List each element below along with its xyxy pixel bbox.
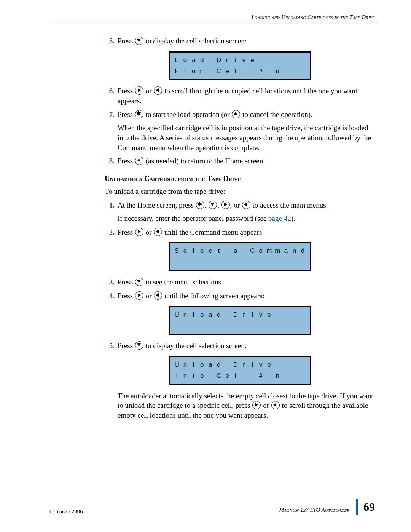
step-7a: 7. Press to start the load operation (or…	[105, 110, 375, 120]
step-number: 5.	[105, 36, 115, 46]
down-icon	[135, 341, 143, 350]
step-number: 4.	[105, 291, 115, 301]
up-icon	[232, 110, 240, 118]
end-paragraph: The autoloader automatically selects the…	[118, 391, 375, 420]
right-icon	[135, 291, 143, 300]
right-icon	[135, 228, 143, 236]
left-icon	[154, 291, 162, 300]
step-number: 3.	[105, 277, 115, 287]
down-icon	[135, 278, 143, 286]
right-icon	[221, 201, 230, 209]
step-4b: 4. Press or until the following screen a…	[105, 291, 375, 301]
left-icon	[154, 86, 162, 95]
left-icon	[242, 201, 250, 209]
intro-paragraph: To unload a cartridge from the tape driv…	[105, 187, 375, 197]
step-5a: 5. Press to display the cell selection s…	[105, 36, 375, 46]
page-link[interactable]: page 42	[268, 214, 291, 222]
left-icon	[271, 401, 280, 409]
step-number: 8.	[105, 156, 115, 166]
lcd-screen-load-drive: Load Drive From Cell # n	[169, 51, 311, 80]
step-number: 2.	[105, 227, 115, 237]
down-icon	[209, 201, 217, 209]
step-5b: 5. Press to display the cell selection s…	[105, 341, 375, 351]
up-icon	[135, 157, 143, 165]
step-number: 1.	[105, 200, 115, 210]
step-8a: 8. Press (as needed) to return to the Ho…	[105, 156, 375, 166]
section-heading: Unloading a Cartridge from the Tape Driv…	[105, 174, 375, 183]
footer-date: October 2006	[49, 508, 83, 515]
header-rule	[49, 23, 375, 23]
enter-icon	[135, 110, 143, 118]
right-icon	[135, 86, 143, 95]
step-number: 6.	[105, 86, 115, 105]
step-1-paragraph: If necessary, enter the operator panel p…	[118, 214, 375, 224]
step-2b: 2. Press or until the Command menu appea…	[105, 227, 375, 237]
page-number: 69	[363, 500, 375, 513]
down-icon	[135, 37, 143, 45]
step-number: 5.	[105, 341, 115, 351]
footer: October 2006 Magnum 1x7 LTO Autoloader 6…	[49, 499, 375, 515]
step-number: 7.	[105, 110, 115, 120]
lcd-screen-unload-drive: Unload Drive	[169, 306, 311, 335]
footer-product: Magnum 1x7 LTO Autoloader	[279, 507, 349, 515]
right-icon	[252, 401, 261, 409]
left-icon	[154, 228, 162, 236]
step-7-paragraph: When the specified cartridge cell is in …	[118, 123, 375, 152]
enter-icon	[196, 201, 204, 209]
step-1b: 1. At the Home screen, press , , , or to…	[105, 200, 375, 210]
page-content: 5. Press to display the cell selection s…	[105, 32, 375, 424]
page: Loading and Unloading Cartridges in the …	[0, 0, 411, 532]
lcd-screen-unload-into-cell: Unload Drive Into Cell # n	[169, 356, 311, 385]
step-3b: 3. Press to see the menu selections.	[105, 277, 375, 287]
step-6a: 6. Press or to scroll through the occupi…	[105, 86, 375, 105]
running-header: Loading and Unloading Cartridges in the …	[252, 14, 375, 21]
lcd-screen-select-command: Select a Command	[169, 242, 311, 271]
